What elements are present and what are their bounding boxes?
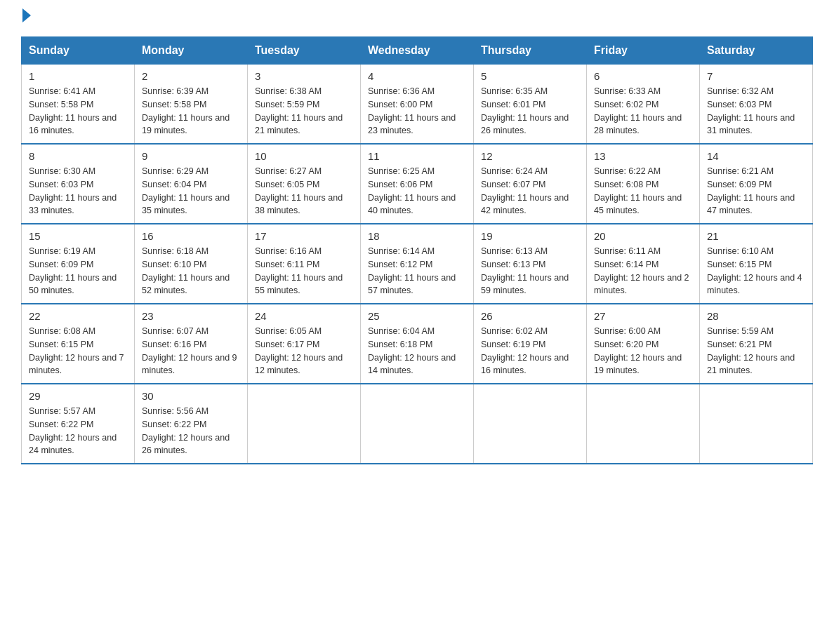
day-info: Sunrise: 6:38 AMSunset: 5:59 PMDaylight:… (255, 86, 343, 135)
day-info: Sunrise: 6:21 AMSunset: 6:09 PMDaylight:… (707, 166, 795, 215)
calendar-cell: 13 Sunrise: 6:22 AMSunset: 6:08 PMDaylig… (587, 144, 700, 224)
day-number: 4 (368, 70, 466, 82)
calendar-cell: 15 Sunrise: 6:19 AMSunset: 6:09 PMDaylig… (22, 224, 135, 304)
calendar-cell: 9 Sunrise: 6:29 AMSunset: 6:04 PMDayligh… (135, 144, 248, 224)
day-info: Sunrise: 6:19 AMSunset: 6:09 PMDaylight:… (29, 246, 117, 295)
day-info: Sunrise: 6:27 AMSunset: 6:05 PMDaylight:… (255, 166, 343, 215)
day-number: 6 (594, 70, 692, 82)
calendar-cell: 28 Sunrise: 5:59 AMSunset: 6:21 PMDaylig… (700, 304, 813, 384)
day-number: 23 (142, 310, 240, 322)
header-cell-monday: Monday (135, 37, 248, 65)
calendar-cell: 25 Sunrise: 6:04 AMSunset: 6:18 PMDaylig… (361, 304, 474, 384)
header-row: SundayMondayTuesdayWednesdayThursdayFrid… (22, 37, 813, 65)
header-cell-sunday: Sunday (22, 37, 135, 65)
calendar-week-3: 15 Sunrise: 6:19 AMSunset: 6:09 PMDaylig… (22, 224, 813, 304)
day-number: 19 (481, 230, 579, 242)
day-info: Sunrise: 6:02 AMSunset: 6:19 PMDaylight:… (481, 326, 569, 375)
day-info: Sunrise: 6:08 AMSunset: 6:15 PMDaylight:… (29, 326, 124, 375)
day-number: 14 (707, 150, 805, 162)
calendar-cell: 23 Sunrise: 6:07 AMSunset: 6:16 PMDaylig… (135, 304, 248, 384)
day-number: 15 (29, 230, 127, 242)
day-info: Sunrise: 6:32 AMSunset: 6:03 PMDaylight:… (707, 86, 795, 135)
day-number: 10 (255, 150, 353, 162)
day-number: 18 (368, 230, 466, 242)
calendar-cell: 21 Sunrise: 6:10 AMSunset: 6:15 PMDaylig… (700, 224, 813, 304)
calendar-cell: 30 Sunrise: 5:56 AMSunset: 6:22 PMDaylig… (135, 384, 248, 464)
day-info: Sunrise: 6:30 AMSunset: 6:03 PMDaylight:… (29, 166, 117, 215)
calendar-week-2: 8 Sunrise: 6:30 AMSunset: 6:03 PMDayligh… (22, 144, 813, 224)
day-number: 7 (707, 70, 805, 82)
day-info: Sunrise: 6:11 AMSunset: 6:14 PMDaylight:… (594, 246, 689, 295)
calendar-cell: 22 Sunrise: 6:08 AMSunset: 6:15 PMDaylig… (22, 304, 135, 384)
calendar-week-4: 22 Sunrise: 6:08 AMSunset: 6:15 PMDaylig… (22, 304, 813, 384)
day-info: Sunrise: 6:35 AMSunset: 6:01 PMDaylight:… (481, 86, 569, 135)
day-number: 11 (368, 150, 466, 162)
calendar-cell: 6 Sunrise: 6:33 AMSunset: 6:02 PMDayligh… (587, 65, 700, 145)
logo-triangle-icon (22, 8, 31, 22)
calendar-cell: 2 Sunrise: 6:39 AMSunset: 5:58 PMDayligh… (135, 65, 248, 145)
page-header (21, 14, 813, 22)
day-number: 29 (29, 390, 127, 402)
calendar-cell (248, 384, 361, 464)
header-cell-friday: Friday (587, 37, 700, 65)
day-info: Sunrise: 6:16 AMSunset: 6:11 PMDaylight:… (255, 246, 343, 295)
day-info: Sunrise: 6:00 AMSunset: 6:20 PMDaylight:… (594, 326, 682, 375)
day-number: 22 (29, 310, 127, 322)
calendar-cell: 4 Sunrise: 6:36 AMSunset: 6:00 PMDayligh… (361, 65, 474, 145)
day-number: 24 (255, 310, 353, 322)
day-info: Sunrise: 6:07 AMSunset: 6:16 PMDaylight:… (142, 326, 237, 375)
calendar-cell: 12 Sunrise: 6:24 AMSunset: 6:07 PMDaylig… (474, 144, 587, 224)
calendar-cell (700, 384, 813, 464)
calendar-cell: 24 Sunrise: 6:05 AMSunset: 6:17 PMDaylig… (248, 304, 361, 384)
calendar-cell: 7 Sunrise: 6:32 AMSunset: 6:03 PMDayligh… (700, 65, 813, 145)
calendar-cell: 29 Sunrise: 5:57 AMSunset: 6:22 PMDaylig… (22, 384, 135, 464)
day-info: Sunrise: 5:57 AMSunset: 6:22 PMDaylight:… (29, 406, 117, 455)
calendar-cell: 16 Sunrise: 6:18 AMSunset: 6:10 PMDaylig… (135, 224, 248, 304)
day-info: Sunrise: 6:29 AMSunset: 6:04 PMDaylight:… (142, 166, 230, 215)
day-number: 13 (594, 150, 692, 162)
day-info: Sunrise: 6:36 AMSunset: 6:00 PMDaylight:… (368, 86, 456, 135)
calendar-cell (587, 384, 700, 464)
day-number: 5 (481, 70, 579, 82)
header-cell-wednesday: Wednesday (361, 37, 474, 65)
header-cell-saturday: Saturday (700, 37, 813, 65)
header-cell-tuesday: Tuesday (248, 37, 361, 65)
calendar-header: SundayMondayTuesdayWednesdayThursdayFrid… (22, 37, 813, 65)
calendar-cell: 17 Sunrise: 6:16 AMSunset: 6:11 PMDaylig… (248, 224, 361, 304)
day-number: 26 (481, 310, 579, 322)
calendar-cell: 3 Sunrise: 6:38 AMSunset: 5:59 PMDayligh… (248, 65, 361, 145)
calendar-cell (474, 384, 587, 464)
day-info: Sunrise: 6:39 AMSunset: 5:58 PMDaylight:… (142, 86, 230, 135)
day-number: 17 (255, 230, 353, 242)
calendar-body: 1 Sunrise: 6:41 AMSunset: 5:58 PMDayligh… (22, 65, 813, 464)
day-info: Sunrise: 6:18 AMSunset: 6:10 PMDaylight:… (142, 246, 230, 295)
calendar-cell (361, 384, 474, 464)
calendar-cell: 14 Sunrise: 6:21 AMSunset: 6:09 PMDaylig… (700, 144, 813, 224)
calendar-cell: 11 Sunrise: 6:25 AMSunset: 6:06 PMDaylig… (361, 144, 474, 224)
calendar-cell: 20 Sunrise: 6:11 AMSunset: 6:14 PMDaylig… (587, 224, 700, 304)
calendar-cell: 10 Sunrise: 6:27 AMSunset: 6:05 PMDaylig… (248, 144, 361, 224)
day-number: 3 (255, 70, 353, 82)
calendar-cell: 27 Sunrise: 6:00 AMSunset: 6:20 PMDaylig… (587, 304, 700, 384)
day-info: Sunrise: 6:10 AMSunset: 6:15 PMDaylight:… (707, 246, 802, 295)
day-number: 21 (707, 230, 805, 242)
calendar-cell: 18 Sunrise: 6:14 AMSunset: 6:12 PMDaylig… (361, 224, 474, 304)
day-info: Sunrise: 6:33 AMSunset: 6:02 PMDaylight:… (594, 86, 682, 135)
day-info: Sunrise: 6:22 AMSunset: 6:08 PMDaylight:… (594, 166, 682, 215)
day-info: Sunrise: 6:05 AMSunset: 6:17 PMDaylight:… (255, 326, 343, 375)
calendar-cell: 1 Sunrise: 6:41 AMSunset: 5:58 PMDayligh… (22, 65, 135, 145)
day-info: Sunrise: 5:56 AMSunset: 6:22 PMDaylight:… (142, 406, 230, 455)
day-number: 27 (594, 310, 692, 322)
day-number: 12 (481, 150, 579, 162)
day-number: 25 (368, 310, 466, 322)
calendar-table: SundayMondayTuesdayWednesdayThursdayFrid… (21, 36, 813, 464)
day-number: 8 (29, 150, 127, 162)
day-info: Sunrise: 6:13 AMSunset: 6:13 PMDaylight:… (481, 246, 569, 295)
calendar-cell: 19 Sunrise: 6:13 AMSunset: 6:13 PMDaylig… (474, 224, 587, 304)
calendar-week-1: 1 Sunrise: 6:41 AMSunset: 5:58 PMDayligh… (22, 65, 813, 145)
calendar-cell: 8 Sunrise: 6:30 AMSunset: 6:03 PMDayligh… (22, 144, 135, 224)
day-number: 16 (142, 230, 240, 242)
calendar-cell: 5 Sunrise: 6:35 AMSunset: 6:01 PMDayligh… (474, 65, 587, 145)
day-info: Sunrise: 6:25 AMSunset: 6:06 PMDaylight:… (368, 166, 456, 215)
day-number: 30 (142, 390, 240, 402)
